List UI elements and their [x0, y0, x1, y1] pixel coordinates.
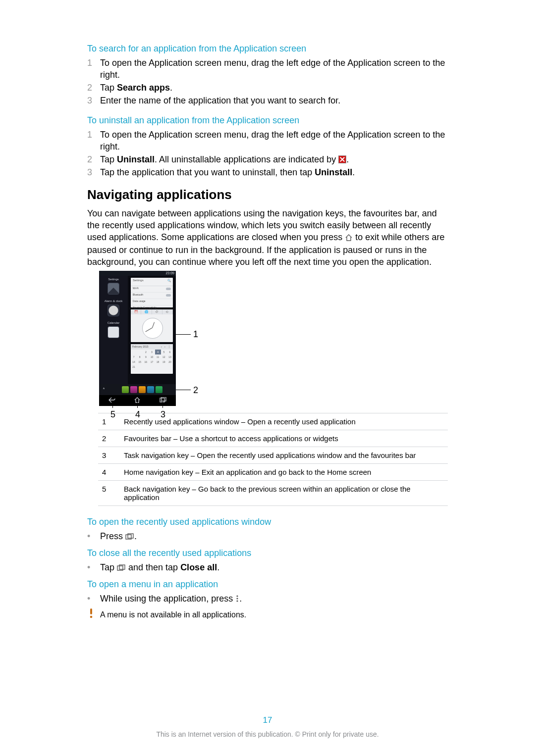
bullet-text: While using the application, press .	[100, 593, 449, 605]
clock-tab: 🌐	[141, 309, 152, 314]
callout-line	[176, 390, 191, 390]
footer-text: This is an Internet version of this publ…	[0, 730, 535, 738]
search-steps: 1 To open the Application screen menu, d…	[87, 57, 449, 106]
clock-tab: ⏱	[152, 309, 162, 314]
legend-text: Recently used applications window – Open…	[120, 413, 448, 430]
calendar-cell: 11	[155, 354, 161, 359]
clock-tab: ⏰	[131, 309, 141, 314]
settings-row: Wi-Fi	[133, 287, 139, 290]
settings-row: Bluetooth	[133, 293, 143, 296]
legend-num: 3	[98, 447, 120, 464]
toggle-icon	[166, 288, 171, 290]
text: While using the application, press	[100, 594, 235, 604]
recent-app-label: Calendar	[99, 319, 128, 325]
calendar-cell: 18	[155, 359, 161, 364]
toggle-icon	[166, 294, 171, 297]
fav-app-icon	[130, 386, 137, 393]
svg-point-7	[237, 598, 238, 599]
settings-row: Data usage	[133, 300, 146, 302]
home-icon	[345, 232, 353, 244]
page-number: 17	[0, 715, 535, 725]
text: .	[239, 594, 242, 604]
list-item: 1 To open the Application screen menu, d…	[87, 129, 449, 152]
recent-apps-column: Settings Alarm & clock Calendar	[99, 276, 128, 384]
section-title-close-recent: To close all the recently used applicati…	[87, 548, 449, 558]
clock-tab: ⏲	[162, 309, 173, 314]
calendar-cell: 6	[167, 350, 173, 354]
table-row: 2 Favourites bar – Use a shortcut to acc…	[98, 430, 448, 447]
calendar-cell: 19	[161, 359, 167, 364]
bold-text: Search apps	[117, 83, 170, 93]
status-right: 23:09	[165, 271, 174, 275]
legend-text: Task navigation key – Open the recently …	[120, 447, 448, 464]
text: Tap the application that you want to uni…	[100, 167, 315, 177]
chevron-up-icon: ˄	[99, 387, 108, 393]
section-title-open-recent: To open the recently used applications w…	[87, 517, 449, 527]
list-item: • Press .	[87, 530, 449, 543]
note-text: A menu is not available in all applicati…	[100, 609, 449, 620]
bullet-text: Press .	[100, 530, 449, 543]
calendar-cell: 13	[167, 354, 173, 359]
clock-card: ⏰ 🌐 ⏱ ⏲	[131, 309, 173, 342]
step-number: 1	[87, 57, 100, 69]
legend-num: 4	[98, 464, 120, 481]
list-item: 3 Enter the name of the application that…	[87, 95, 449, 106]
calendar-card: February 2015‹ › ⋮ 234567891011121314151…	[131, 344, 173, 374]
calendar-cell	[131, 350, 137, 354]
callout-line	[162, 401, 163, 408]
back-key-icon	[108, 396, 115, 405]
clock-face-icon	[142, 318, 163, 339]
text: .	[346, 154, 349, 164]
section-title-uninstall: To uninstall an application from the App…	[87, 115, 449, 126]
calendar-cell: 21	[131, 364, 137, 369]
calendar-cell: 2	[143, 350, 149, 354]
step-number: 2	[87, 82, 100, 94]
text: .	[352, 167, 355, 177]
calendar-thumb-icon	[107, 326, 119, 338]
table-row: 3 Task navigation key – Open the recentl…	[98, 447, 448, 464]
step-text: To open the Application screen menu, dra…	[100, 129, 449, 152]
calendar-month: February 2015	[132, 345, 149, 348]
text: Tap	[100, 83, 117, 93]
text: and then tap	[126, 562, 180, 572]
nav-paragraph: You can navigate between applications us…	[87, 207, 449, 268]
settings-card: Settings🔍 Wi-Fi Bluetooth Data usage Xpe…	[131, 278, 173, 307]
favourites-bar: ˄	[99, 384, 176, 395]
calendar-controls: ‹ › ⋮	[161, 344, 171, 350]
callout-line	[137, 401, 138, 408]
search-icon: 🔍	[167, 279, 171, 282]
calendar-cell: 8	[137, 354, 143, 359]
list-item: 2 Tap Search apps.	[87, 82, 449, 94]
note-row: A menu is not available in all applicati…	[87, 609, 449, 620]
callout-line	[112, 401, 113, 408]
step-number: 1	[87, 129, 100, 141]
svg-point-10	[90, 616, 93, 618]
list-item: • While using the application, press .	[87, 593, 449, 605]
text: .	[134, 531, 137, 541]
calendar-cell: 7	[131, 354, 137, 359]
text: Tap	[100, 154, 117, 164]
task-key-icon	[125, 531, 134, 543]
section-title-open-menu: To open a menu in an application	[87, 579, 449, 590]
recent-apps-illustration: 23:09 Settings Alarm & clock Calendar Se…	[99, 271, 203, 406]
calendar-cell: 12	[161, 354, 167, 359]
calendar-cell: 4	[155, 350, 161, 354]
phone-frame: 23:09 Settings Alarm & clock Calendar Se…	[99, 271, 176, 406]
legend-table: 1 Recently used applications window – Op…	[98, 413, 448, 506]
legend-text: Home navigation key – Exit an applicatio…	[120, 464, 448, 481]
text: Press	[100, 531, 125, 541]
calendar-cell: 17	[149, 359, 155, 364]
table-row: 1 Recently used applications window – Op…	[98, 413, 448, 430]
card-title: Settings	[133, 279, 144, 282]
calendar-cell: 16	[143, 359, 149, 364]
list-item: 3 Tap the application that you want to u…	[87, 166, 449, 178]
list-item: • Tap and then tap Close all.	[87, 561, 449, 574]
recent-apps-previews: Settings🔍 Wi-Fi Bluetooth Data usage Xpe…	[128, 276, 176, 384]
step-text: To open the Application screen menu, dra…	[100, 57, 449, 81]
calendar-cell: 15	[137, 359, 143, 364]
menu-overflow-icon	[235, 594, 239, 605]
recent-app-label: Settings	[99, 276, 128, 282]
list-item: 2 Tap Uninstall. All uninstallable appli…	[87, 153, 449, 165]
step-number: 2	[87, 153, 100, 165]
section-title-search: To search for an application from the Ap…	[87, 44, 449, 54]
